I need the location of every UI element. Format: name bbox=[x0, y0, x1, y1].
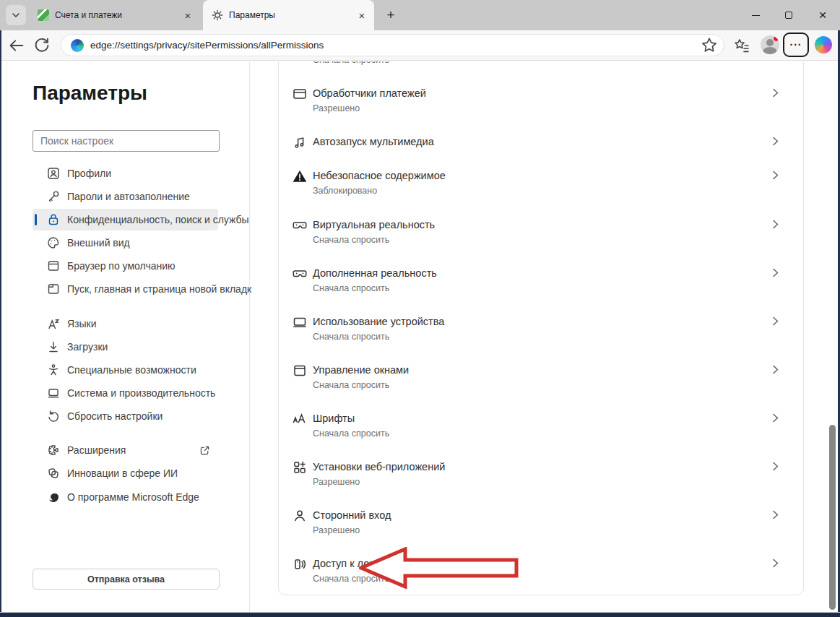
sidebar-item-label: Загрузки bbox=[67, 341, 108, 353]
permission-title: Использование устройства bbox=[313, 314, 444, 329]
more-menu-button[interactable]: ··· bbox=[783, 33, 809, 57]
tab-search-button[interactable] bbox=[6, 5, 26, 25]
address-bar[interactable]: edge://settings/privacy/sitePermissions/… bbox=[61, 34, 724, 56]
permission-status: Сначала спросить bbox=[313, 379, 389, 392]
window-close-button[interactable]: × bbox=[806, 0, 839, 30]
tab-icon bbox=[46, 282, 61, 296]
chevron-right-icon bbox=[771, 220, 780, 229]
permission-row[interactable]: Доступ к локальной сетиСначала спросить bbox=[279, 556, 803, 590]
permission-row[interactable]: Небезопасное содержимоеЗаблокировано bbox=[279, 168, 803, 202]
permission-title: Установки веб-приложений bbox=[313, 459, 445, 474]
profile-avatar[interactable] bbox=[761, 35, 779, 54]
favorites-hub-icon[interactable] bbox=[733, 37, 750, 54]
feedback-button[interactable]: Отправка отзыва bbox=[33, 569, 220, 590]
new-tab-button[interactable]: + bbox=[382, 7, 399, 24]
permission-row[interactable]: ШрифтыСначала спросить bbox=[279, 411, 803, 444]
payment-icon bbox=[292, 86, 308, 102]
sidebar-item[interactable]: Сбросить настройки bbox=[33, 405, 246, 427]
sidebar-item[interactable]: Пароли и автозаполнение bbox=[33, 186, 246, 207]
external-link-icon bbox=[199, 444, 211, 457]
url-text[interactable]: edge://settings/privacy/sitePermissions/… bbox=[90, 40, 701, 51]
permission-row[interactable]: Управление окнамиСначала спросить bbox=[279, 363, 803, 396]
chevron-right-icon bbox=[771, 462, 780, 471]
window-maximize-button[interactable] bbox=[772, 0, 805, 30]
permission-title: Небезопасное содержимое bbox=[313, 168, 446, 183]
sidebar-item-label: Сбросить настройки bbox=[67, 410, 163, 422]
sidebar-item-label: Браузер по умолчанию bbox=[67, 260, 176, 272]
sidebar-item-label: Внешний вид bbox=[67, 237, 130, 249]
permission-status: Сначала спросить bbox=[313, 427, 389, 440]
settings-page: Параметры ПрофилиПароли и автозаполнение… bbox=[0, 61, 840, 612]
sidebar-item[interactable]: Загрузки bbox=[33, 336, 246, 358]
permission-status: Сначала спросить bbox=[313, 282, 389, 295]
sidebar-divider bbox=[249, 61, 250, 612]
system-icon bbox=[46, 386, 61, 400]
ai-icon bbox=[46, 466, 61, 480]
accessibility-icon bbox=[46, 363, 61, 377]
tab-settings[interactable]: Параметры × bbox=[203, 0, 374, 30]
copilot-icon[interactable] bbox=[815, 36, 832, 53]
key-icon bbox=[46, 189, 61, 204]
sidebar-item[interactable]: Внешний вид bbox=[33, 232, 246, 254]
chevron-right-icon bbox=[771, 510, 780, 519]
sidebar-item-label: Профили bbox=[67, 168, 111, 179]
window-minimize-button[interactable] bbox=[739, 0, 772, 30]
tab-accounts[interactable]: Счета и платежи × bbox=[29, 0, 200, 30]
media-autoplay-icon bbox=[292, 134, 308, 150]
chevron-down-icon bbox=[11, 10, 21, 20]
permission-row[interactable]: Использование устройстваСначала спросить bbox=[279, 314, 803, 348]
permission-title: Виртуальная реальность bbox=[313, 217, 435, 232]
permission-row[interactable]: Установки веб-приложенийРазрешено bbox=[279, 459, 803, 493]
tab-title: Параметры bbox=[229, 10, 355, 20]
sidebar-item-label: Пуск, главная и страница новой вкладк bbox=[67, 283, 251, 295]
sidebar-item[interactable]: Конфиденциальность, поиск и службы bbox=[33, 209, 218, 230]
sidebar-item[interactable]: Языки bbox=[33, 313, 246, 335]
vr-icon bbox=[292, 217, 308, 233]
sidebar-item[interactable]: Пуск, главная и страница новой вкладк bbox=[33, 278, 246, 300]
profile-icon bbox=[46, 166, 61, 181]
sidebar-item[interactable]: О программе Microsoft Edge bbox=[33, 486, 246, 508]
sidebar-item[interactable]: Профили bbox=[33, 163, 246, 184]
browser-window: Счета и платежи × Параметры × + × edge:/… bbox=[0, 0, 840, 617]
permission-row[interactable]: Автозапуск мультимедиа bbox=[279, 134, 803, 168]
warning-icon bbox=[292, 168, 308, 184]
lock-icon bbox=[46, 212, 61, 227]
settings-gear-icon bbox=[212, 9, 223, 21]
favorite-star-icon[interactable] bbox=[701, 37, 718, 54]
permission-status: Сначала спросить bbox=[313, 330, 389, 343]
sidebar-item[interactable]: Браузер по умолчанию bbox=[33, 255, 246, 277]
chevron-right-icon bbox=[771, 268, 780, 277]
tab-close-icon[interactable]: × bbox=[181, 9, 194, 22]
partial-status-text: Сначала спросить bbox=[313, 61, 389, 65]
sidebar-item[interactable]: Система и производительность bbox=[33, 382, 246, 404]
refresh-button[interactable] bbox=[33, 37, 51, 54]
permission-row[interactable]: Сторонний входРазрешено bbox=[279, 508, 803, 541]
permission-row[interactable]: Обработчики платежейРазрешено bbox=[279, 86, 803, 119]
chevron-right-icon bbox=[771, 365, 780, 374]
payments-site-favicon bbox=[38, 9, 49, 21]
sidebar-item[interactable]: Расширения bbox=[33, 439, 246, 461]
sidebar-item-label: Инновации в сфере ИИ bbox=[67, 467, 178, 479]
chevron-right-icon bbox=[771, 413, 780, 423]
search-input[interactable] bbox=[33, 130, 220, 152]
languages-icon bbox=[46, 316, 61, 331]
person-icon bbox=[292, 508, 308, 524]
tab-title: Счета и платежи bbox=[55, 10, 181, 20]
tab-close-icon[interactable]: × bbox=[355, 9, 368, 22]
edge-page-icon bbox=[71, 39, 84, 52]
sidebar-item[interactable]: Инновации в сфере ИИ bbox=[33, 462, 246, 484]
permission-title: Дополненная реальность bbox=[313, 266, 437, 280]
back-button[interactable] bbox=[8, 37, 25, 54]
device-icon bbox=[292, 314, 308, 330]
permission-row[interactable]: Дополненная реальностьСначала спросить bbox=[279, 266, 803, 299]
tab-strip: Счета и платежи × Параметры × + × bbox=[0, 0, 840, 30]
scrollbar-thumb[interactable] bbox=[829, 425, 836, 610]
sidebar-item-label: О программе Microsoft Edge bbox=[67, 491, 199, 503]
permission-title: Доступ к локальной сети bbox=[313, 556, 433, 571]
webapp-icon bbox=[292, 459, 308, 475]
permission-row[interactable]: Виртуальная реальностьСначала спросить bbox=[279, 217, 803, 251]
sidebar-item[interactable]: Специальные возможности bbox=[33, 359, 246, 381]
browser-icon bbox=[46, 259, 61, 273]
sidebar-item-label: Специальные возможности bbox=[67, 364, 196, 376]
permission-status: Разрешено bbox=[313, 524, 360, 537]
